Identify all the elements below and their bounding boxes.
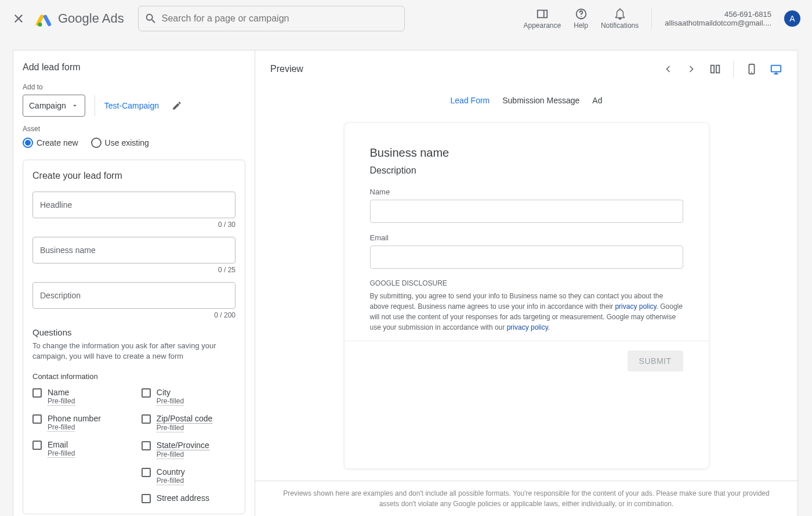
preview-tabs: Lead Form Submission Message Ad xyxy=(255,88,798,111)
notifications-label: Notifications xyxy=(601,21,639,30)
checkbox-icon xyxy=(142,441,151,450)
checkbox-sublabel: Pre-filled xyxy=(157,424,184,432)
preview-email-label: Email xyxy=(370,233,683,242)
search-box[interactable] xyxy=(138,6,405,31)
preview-title: Preview xyxy=(270,64,303,74)
panel-title: Add lead form xyxy=(23,62,245,73)
left-panel: Add lead form Add to Campaign Test-Campa… xyxy=(13,50,255,516)
account-email: allisaathotmaildotcom@gmail.... xyxy=(665,19,771,27)
radio-create-new[interactable]: Create new xyxy=(23,138,78,148)
mobile-view-icon[interactable] xyxy=(745,63,758,75)
preview-name-input xyxy=(370,200,683,223)
checkbox-label: Email xyxy=(48,440,75,449)
edit-icon[interactable] xyxy=(172,100,182,111)
preview-top: Preview xyxy=(255,50,798,88)
checkbox-icon xyxy=(142,468,151,477)
checkbox-street-address[interactable]: Street address xyxy=(142,493,213,503)
account-info[interactable]: 456-691-6815 allisaathotmaildotcom@gmail… xyxy=(665,10,771,27)
checkbox-sublabel: Pre-filled xyxy=(48,449,75,458)
desktop-view-icon[interactable] xyxy=(770,63,782,75)
checkbox-city[interactable]: CityPre-filled xyxy=(142,388,213,406)
checkbox-sublabel: Pre-filled xyxy=(157,477,184,485)
search-input[interactable] xyxy=(157,13,398,24)
divider xyxy=(651,8,652,29)
campaign-link[interactable]: Test-Campaign xyxy=(104,101,159,110)
appearance-icon xyxy=(536,8,549,20)
divider xyxy=(95,95,95,116)
svg-point-8 xyxy=(751,72,752,73)
checkbox-col-left: NamePre-filledPhone numberPre-filledEmai… xyxy=(32,388,101,503)
checkbox-sublabel: Pre-filled xyxy=(48,397,75,406)
svg-rect-5 xyxy=(711,66,715,73)
checkbox-icon xyxy=(142,414,151,424)
appearance-button[interactable]: Appearance xyxy=(524,8,561,30)
checkbox-state-province[interactable]: State/ProvincePre-filled xyxy=(142,441,213,459)
preview-name-label: Name xyxy=(370,187,683,196)
business-name-input[interactable]: Business name xyxy=(32,237,235,264)
checkbox-phone-number[interactable]: Phone numberPre-filled xyxy=(32,414,101,432)
svg-point-2 xyxy=(38,23,42,27)
desc-counter: 0 / 200 xyxy=(32,311,235,319)
next-icon[interactable] xyxy=(686,63,697,75)
preview-business-name: Business name xyxy=(370,146,683,160)
checkbox-col-right: CityPre-filledZip/Postal codePre-filledS… xyxy=(142,388,213,503)
radio-use-existing[interactable]: Use existing xyxy=(91,138,149,148)
topbar: Google Ads Appearance Help Notifications… xyxy=(0,0,812,37)
checkbox-label: Phone number xyxy=(48,414,101,423)
checkbox-country[interactable]: CountryPre-filled xyxy=(142,467,213,485)
description-input[interactable]: Description xyxy=(32,282,235,309)
disclosure-text: By submitting, you agree to send your in… xyxy=(370,291,683,333)
preview-body: Business name Description Name Email GOO… xyxy=(255,111,798,481)
tab-lead-form[interactable]: Lead Form xyxy=(451,96,490,105)
svg-rect-9 xyxy=(771,66,781,72)
checkbox-label: Country xyxy=(157,467,185,477)
add-to-dropdown[interactable]: Campaign xyxy=(23,95,85,117)
checkbox-sublabel: Pre-filled xyxy=(157,450,184,459)
asset-radio-group: Create new Use existing xyxy=(23,138,245,148)
checkbox-email[interactable]: EmailPre-filled xyxy=(32,440,101,458)
help-icon xyxy=(575,8,588,20)
divider xyxy=(345,341,709,341)
preview-card: Business name Description Name Email GOO… xyxy=(344,122,709,469)
checkbox-icon xyxy=(32,441,42,450)
main: Add lead form Add to Campaign Test-Campa… xyxy=(0,37,812,516)
checkbox-sublabel: Pre-filled xyxy=(48,423,75,432)
prev-icon[interactable] xyxy=(662,63,674,75)
close-icon[interactable] xyxy=(12,12,26,26)
radio-icon xyxy=(23,138,33,148)
search-icon xyxy=(144,12,157,25)
privacy-policy-link-1[interactable]: privacy policy xyxy=(615,302,656,311)
tab-submission[interactable]: Submission Message xyxy=(502,96,579,105)
preview-email-input xyxy=(370,246,683,269)
checkbox-icon xyxy=(32,388,42,398)
bell-icon xyxy=(614,8,626,20)
bizname-counter: 0 / 25 xyxy=(32,266,235,274)
checkbox-label: Zip/Postal code xyxy=(157,414,213,424)
svg-point-4 xyxy=(581,16,582,17)
notifications-button[interactable]: Notifications xyxy=(601,8,639,30)
asset-label: Asset xyxy=(23,125,245,133)
headline-input[interactable]: Headline xyxy=(32,192,235,218)
checkbox-name[interactable]: NamePre-filled xyxy=(32,388,101,406)
avatar[interactable]: A xyxy=(784,10,800,27)
checkbox-label: Street address xyxy=(157,493,209,503)
help-button[interactable]: Help xyxy=(574,8,588,30)
radio-icon xyxy=(91,138,102,148)
radio-label: Use existing xyxy=(105,138,149,147)
account-id: 456-691-6815 xyxy=(724,10,771,19)
svg-rect-1 xyxy=(43,15,52,27)
checkbox-zip-postal-code[interactable]: Zip/Postal codePre-filled xyxy=(142,414,213,432)
logo-text: Google Ads xyxy=(58,11,124,26)
submit-button[interactable]: SUBMIT xyxy=(628,351,683,371)
add-to-label: Add to xyxy=(23,83,245,91)
tab-ad[interactable]: Ad xyxy=(592,96,602,105)
checkbox-icon xyxy=(142,388,151,398)
google-ads-logo-icon xyxy=(36,12,50,26)
caret-down-icon xyxy=(71,102,79,110)
split-view-icon[interactable] xyxy=(709,63,722,75)
questions-heading: Questions xyxy=(32,327,235,337)
svg-rect-6 xyxy=(716,66,720,73)
preview-controls xyxy=(662,61,782,77)
privacy-policy-link-2[interactable]: privacy policy xyxy=(507,323,548,331)
radio-label: Create new xyxy=(37,138,78,147)
